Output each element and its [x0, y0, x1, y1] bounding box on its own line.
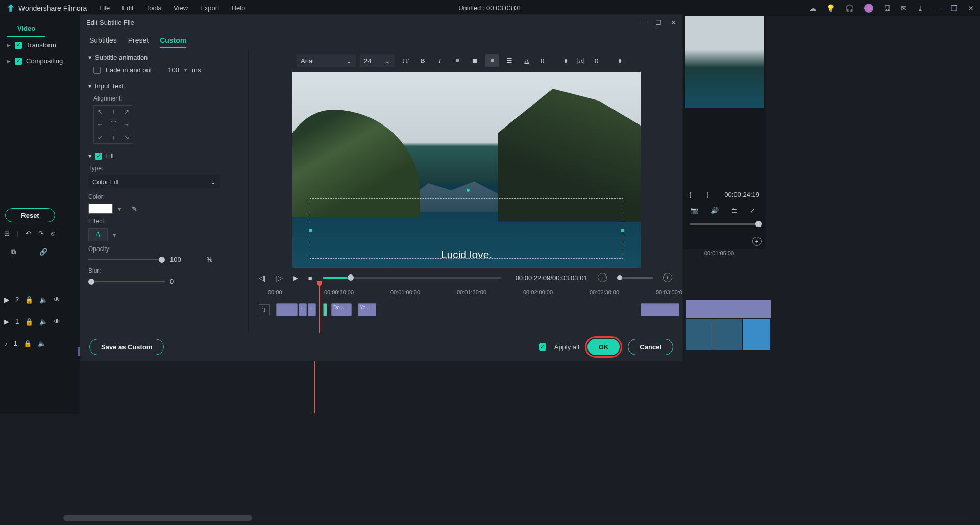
lock-icon[interactable]: 🔒 — [23, 340, 32, 347]
section-input-text[interactable]: ▾Input Text — [88, 82, 240, 90]
menu-tools[interactable]: Tools — [146, 4, 161, 12]
minimize-icon[interactable]: — — [934, 4, 941, 12]
redo-icon[interactable]: ↷ — [38, 230, 44, 237]
align-left-button[interactable]: ≡ — [451, 54, 464, 67]
modal-minimize-icon[interactable]: — — [640, 19, 646, 27]
align-bottom[interactable]: ↓ — [107, 132, 119, 143]
eyedropper-icon[interactable]: ✎ — [132, 205, 137, 213]
orientation-icon[interactable]: ↕T — [399, 54, 412, 67]
subtitle-clip-active[interactable] — [323, 303, 327, 316]
subtitle-text[interactable]: Lucid love. — [441, 248, 492, 261]
duplicate-icon[interactable]: ⧉ — [11, 248, 16, 256]
zoom-out-icon[interactable]: − — [598, 273, 607, 282]
subtitle-clip[interactable]: Yo... — [358, 303, 376, 316]
fullscreen-icon[interactable]: ⤢ — [750, 207, 755, 214]
right-zoom-slider[interactable] — [690, 223, 758, 225]
visibility-icon[interactable]: 👁 — [54, 318, 60, 326]
align-bottom-left[interactable]: ↙ — [94, 132, 106, 143]
save-as-custom-button[interactable]: Save as Custom — [89, 339, 164, 355]
brace-open[interactable]: { — [689, 191, 691, 198]
tracking-icon[interactable]: |A| — [574, 54, 587, 67]
subtitle-clip[interactable] — [641, 303, 679, 316]
align-top-right[interactable]: ↗ — [120, 106, 133, 117]
cancel-button[interactable]: Cancel — [628, 339, 673, 355]
fill-type-dropdown[interactable]: Color Fill⌄ — [88, 175, 220, 188]
ok-button[interactable]: OK — [587, 339, 620, 355]
zoom-slider-knob[interactable] — [617, 275, 622, 280]
fill-enable-checkbox[interactable]: ✓ — [95, 153, 102, 160]
video-track-icon[interactable]: ▶ — [4, 318, 9, 326]
align-right-button[interactable]: ≡ — [485, 54, 499, 67]
tab-subtitles[interactable]: Subtitles — [89, 33, 117, 48]
step-fwd-icon[interactable]: |▷ — [276, 274, 282, 282]
bold-button[interactable]: B — [416, 54, 429, 67]
modal-close-icon[interactable]: ✕ — [671, 19, 676, 27]
align-justify-button[interactable]: ☰ — [503, 54, 516, 67]
subtitle-clip[interactable] — [276, 303, 298, 316]
headset-icon[interactable]: 🎧 — [845, 4, 854, 12]
undo-icon[interactable]: ↶ — [26, 230, 31, 237]
mute-icon[interactable]: 🔈 — [39, 318, 47, 326]
align-top[interactable]: ↑ — [107, 106, 119, 117]
align-center-button[interactable]: ≣ — [468, 54, 481, 67]
tree-compositing[interactable]: ▸ ✓ Compositing — [0, 53, 80, 69]
resize-handle[interactable] — [309, 229, 312, 232]
italic-button[interactable]: I — [433, 54, 447, 67]
scrubber-knob[interactable] — [348, 274, 354, 281]
tab-preset[interactable]: Preset — [128, 33, 149, 48]
font-family-dropdown[interactable]: Arial⌄ — [297, 54, 356, 67]
fade-value[interactable]: 100 — [168, 66, 179, 74]
modal-maximize-icon[interactable]: ☐ — [655, 19, 662, 27]
lock-icon[interactable]: 🔒 — [25, 318, 33, 326]
timeline-horizontal-scrollbar[interactable] — [63, 515, 970, 521]
effect-preset[interactable]: A — [88, 228, 108, 241]
save-icon[interactable]: 🖫 — [884, 4, 891, 12]
maximize-icon[interactable]: ❐ — [951, 4, 958, 12]
align-bottom-right[interactable]: ↘ — [120, 132, 133, 143]
crop-icon[interactable]: ⎋ — [51, 230, 55, 237]
opacity-value[interactable]: 100 — [170, 256, 181, 263]
checkbox-on-icon[interactable]: ✓ — [15, 58, 22, 65]
video-track-icon[interactable]: ▶ — [4, 296, 9, 304]
download-icon[interactable]: ⤓ — [917, 4, 923, 12]
mute-icon[interactable]: 🔈 — [38, 340, 46, 347]
text-track-icon[interactable]: T — [259, 304, 270, 315]
avatar-icon[interactable] — [864, 4, 873, 13]
folder-icon[interactable]: 🗀 — [731, 207, 738, 214]
blur-slider[interactable] — [88, 281, 165, 282]
playhead-scrubber[interactable] — [323, 277, 501, 279]
menu-export[interactable]: Export — [200, 4, 219, 12]
menu-help[interactable]: Help — [232, 4, 246, 12]
chevron-down-icon[interactable]: ▾ — [184, 67, 187, 73]
checkbox-on-icon[interactable]: ✓ — [15, 42, 22, 49]
grid-icon[interactable]: ⊞ — [4, 230, 10, 237]
link-icon[interactable]: 🔗 — [39, 248, 47, 256]
align-center[interactable]: ⛶ — [107, 118, 119, 130]
chevron-down-icon[interactable]: ▾ — [118, 205, 121, 213]
snapshot-icon[interactable]: 📷 — [690, 207, 698, 214]
idea-icon[interactable]: 💡 — [826, 4, 835, 12]
section-subtitle-animation[interactable]: ▾Subtitle animation — [88, 54, 240, 61]
panel-tab-video[interactable]: Video — [7, 20, 45, 37]
menu-file[interactable]: File — [99, 4, 110, 12]
subtitle-clip[interactable]: Do ... — [331, 303, 352, 316]
align-top-left[interactable]: ↖ — [94, 106, 106, 117]
subtitle-preview[interactable]: Lucid love. — [292, 72, 641, 268]
color-swatch[interactable] — [88, 204, 113, 214]
opacity-slider[interactable] — [88, 259, 165, 260]
zoom-in-icon[interactable]: + — [663, 273, 672, 282]
visibility-icon[interactable]: 👁 — [54, 296, 60, 304]
section-fill[interactable]: ▾✓Fill — [88, 152, 240, 160]
modal-playhead[interactable] — [319, 282, 320, 333]
menu-view[interactable]: View — [174, 4, 188, 12]
scrollbar-thumb[interactable] — [63, 515, 252, 521]
main-track-video-clip[interactable] — [686, 319, 771, 350]
mail-icon[interactable]: ✉ — [901, 4, 907, 12]
resize-handle[interactable] — [621, 229, 624, 232]
audio-icon[interactable]: 🔊 — [710, 207, 719, 214]
chevron-down-icon[interactable]: ▾ — [113, 231, 116, 239]
align-left[interactable]: ← — [94, 118, 106, 130]
modal-timeline-ruler[interactable]: 00:00 00:00:30:00 00:01:00:00 00:01:30:0… — [259, 286, 678, 301]
cloud-icon[interactable]: ☁ — [809, 4, 816, 12]
font-size-dropdown[interactable]: 24⌄ — [360, 54, 395, 67]
